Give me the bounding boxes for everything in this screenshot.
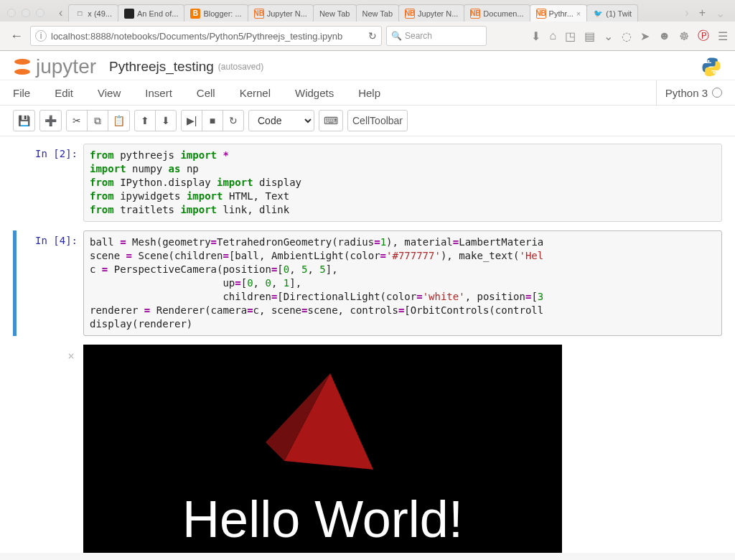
move-up-button[interactable]: ⬆ xyxy=(134,110,156,131)
kernel-indicator[interactable]: Python 3 xyxy=(656,80,722,105)
cut-button[interactable]: ✂ xyxy=(66,110,88,131)
close-output-icon[interactable]: × xyxy=(13,349,78,363)
tab-label: x (49... xyxy=(88,9,112,18)
menu-help[interactable]: Help xyxy=(358,87,380,99)
pinterest-icon[interactable]: Ⓟ xyxy=(698,29,709,44)
python-logo-icon xyxy=(701,56,722,78)
back-button[interactable]: ← xyxy=(7,27,26,45)
menu-widgets[interactable]: Widgets xyxy=(295,87,334,99)
window-traffic-lights[interactable] xyxy=(7,9,45,17)
kernel-status-icon xyxy=(712,88,722,98)
home-icon[interactable]: ⌂ xyxy=(549,29,556,42)
tab-label: Jupyter N... xyxy=(267,9,307,18)
notebook-area: In [2]:from pythreejs import * import nu… xyxy=(0,136,735,553)
insert-cell-button[interactable]: ➕ xyxy=(39,110,62,131)
jupyter-toolbar: 💾 ➕ ✂ ⧉ 📋 ⬆ ⬇ ▶| ■ ↻ Code ⌨ CellToolbar xyxy=(0,106,735,136)
tab-label: New Tab xyxy=(362,9,393,18)
reload-icon[interactable]: ↻ xyxy=(368,30,377,42)
code-input[interactable]: ball = Mesh(geometry=TetrahedronGeometry… xyxy=(83,230,722,336)
browser-tab[interactable]: NBDocumen... xyxy=(464,4,530,22)
jupyter-header: jupyter Pythreejs_testing (autosaved) xyxy=(0,51,735,80)
notebook-title[interactable]: Pythreejs_testing xyxy=(109,59,214,75)
jupyter-menubar: FileEditViewInsertCellKernelWidgetsHelp … xyxy=(0,80,735,106)
cell-toolbar-button[interactable]: CellToolbar xyxy=(347,110,408,131)
favicon-icon: □ xyxy=(75,9,85,19)
tab-label: Documen... xyxy=(483,9,523,18)
browser-tab[interactable]: New Tab xyxy=(313,4,357,22)
jupyter-favicon-icon: NB xyxy=(405,9,415,19)
tab-label: New Tab xyxy=(319,9,350,18)
browser-tab[interactable]: NBPythr...× xyxy=(530,4,588,22)
globe-icon[interactable]: ☸ xyxy=(679,29,689,43)
jupyter-logo-icon xyxy=(13,57,32,76)
site-info-icon[interactable]: i xyxy=(35,30,47,42)
tetrahedron-icon xyxy=(251,369,395,491)
browser-tab[interactable]: NBJupyter N... xyxy=(398,4,464,22)
sidebar-icon[interactable]: ◳ xyxy=(565,29,576,43)
code-input[interactable]: from pythreejs import * import numpy as … xyxy=(83,144,722,222)
jupyter-favicon-icon: NB xyxy=(536,9,546,19)
menu-view[interactable]: View xyxy=(98,87,121,99)
browser-tab[interactable]: New Tab xyxy=(356,4,400,22)
cell-output: ×Hello World! xyxy=(13,345,722,553)
browser-tab[interactable]: 🐦(1) Twit xyxy=(586,4,638,22)
browser-tabs: □x (49...An End of...BBlogger: ...NBJupy… xyxy=(68,4,682,22)
new-tab-button[interactable]: + xyxy=(696,6,708,20)
download-icon[interactable]: ⬇ xyxy=(531,29,540,43)
menu-kernel[interactable]: Kernel xyxy=(240,87,271,99)
browser-search-input[interactable]: 🔍 Search xyxy=(386,26,487,46)
tab-label: Blogger: ... xyxy=(203,9,241,18)
jupyter-favicon-icon: NB xyxy=(254,9,264,19)
tab-label: An End of... xyxy=(137,9,178,18)
menu-edit[interactable]: Edit xyxy=(55,87,73,99)
tab-label: Pythr... xyxy=(549,9,574,18)
browser-chrome: ‹ □x (49...An End of...BBlogger: ...NBJu… xyxy=(0,0,735,51)
kernel-name: Python 3 xyxy=(665,87,708,99)
address-bar[interactable]: i localhost:8888/notebooks/Documents/Pyt… xyxy=(30,26,382,46)
chevron-left-icon[interactable]: ‹ xyxy=(56,6,65,19)
tab-strip-nav: ‹ xyxy=(56,6,65,19)
output-text: Hello World! xyxy=(83,490,562,549)
shield-icon[interactable]: ◌ xyxy=(622,29,632,43)
smiley-icon[interactable]: ☻ xyxy=(658,29,670,42)
send-icon[interactable]: ➤ xyxy=(640,29,650,43)
browser-tab[interactable]: An End of... xyxy=(118,4,184,22)
run-button[interactable]: ▶| xyxy=(181,110,202,131)
move-down-button[interactable]: ⬇ xyxy=(155,110,177,131)
jupyter-favicon-icon: NB xyxy=(470,9,480,19)
browser-tab[interactable]: □x (49... xyxy=(68,4,118,22)
code-cell[interactable]: In [4]:ball = Mesh(geometry=TetrahedronG… xyxy=(13,230,722,336)
jupyter-page: jupyter Pythreejs_testing (autosaved) Fi… xyxy=(0,51,735,553)
paste-button[interactable]: 📋 xyxy=(108,110,130,131)
jupyter-logo[interactable]: jupyter xyxy=(13,55,96,78)
blogger-favicon-icon: B xyxy=(190,9,200,19)
menu-file[interactable]: File xyxy=(13,87,30,99)
search-placeholder: Search xyxy=(405,31,432,41)
search-icon: 🔍 xyxy=(391,31,402,41)
cell-type-select[interactable]: Code xyxy=(248,110,314,131)
menu-icon[interactable]: ☰ xyxy=(718,29,728,43)
close-tab-icon[interactable]: × xyxy=(576,9,581,18)
save-button[interactable]: 💾 xyxy=(13,110,35,131)
menu-insert[interactable]: Insert xyxy=(145,87,172,99)
browser-tab[interactable]: BBlogger: ... xyxy=(184,4,248,22)
tab-label: Jupyter N... xyxy=(418,9,458,18)
cell-prompt: In [2]: xyxy=(13,144,83,222)
twitter-favicon-icon: 🐦 xyxy=(593,9,603,19)
menu-cell[interactable]: Cell xyxy=(197,87,215,99)
cell-prompt: In [4]: xyxy=(13,230,83,336)
pocket-icon[interactable]: ⌄ xyxy=(604,29,613,43)
restart-button[interactable]: ↻ xyxy=(223,110,244,131)
tab-overflow-icon[interactable]: ⌄ xyxy=(713,6,728,20)
copy-button[interactable]: ⧉ xyxy=(87,110,108,131)
code-cell[interactable]: In [2]:from pythreejs import * import nu… xyxy=(13,144,722,222)
command-palette-button[interactable]: ⌨ xyxy=(319,110,343,131)
browser-tab[interactable]: NBJupyter N... xyxy=(248,4,314,22)
favicon-icon xyxy=(124,9,134,19)
tab-label: (1) Twit xyxy=(606,9,632,18)
stop-button[interactable]: ■ xyxy=(202,110,223,131)
chevron-right-icon[interactable]: › xyxy=(682,6,691,20)
reader-icon[interactable]: ▤ xyxy=(584,29,595,43)
url-text: localhost:8888/notebooks/Documents/Pytho… xyxy=(51,31,342,42)
threejs-canvas[interactable]: Hello World! xyxy=(83,345,562,553)
